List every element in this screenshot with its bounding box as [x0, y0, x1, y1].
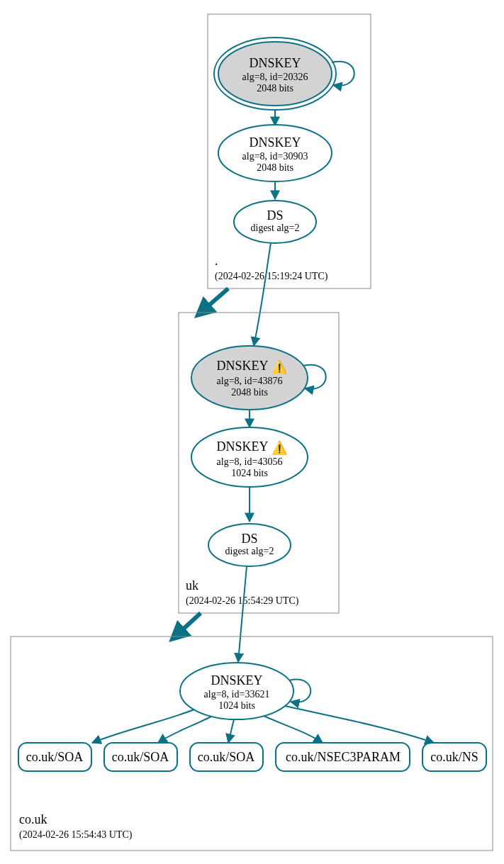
node-root-ksk: DNSKEY alg=8, id=20326 2048 bits [214, 38, 336, 110]
edge-zone-root-to-uk [201, 288, 228, 313]
zone-root-timestamp: (2024-02-26 15:19:24 UTC) [215, 271, 328, 282]
leaf-soa3-text: co.uk/SOA [198, 750, 255, 764]
root-zsk-line2: 2048 bits [257, 162, 293, 173]
uk-zsk-line1: alg=8, id=43056 [217, 456, 283, 467]
node-couk-dnskey: DNSKEY alg=8, id=33621 1024 bits [180, 663, 293, 719]
edge-root-ds-to-uk-ksk [254, 243, 271, 346]
root-ksk-title: DNSKEY [249, 56, 301, 70]
node-uk-ksk: DNSKEY ⚠️ alg=8, id=43876 2048 bits [191, 346, 308, 410]
root-ds-title: DS [267, 208, 283, 223]
edge-zone-uk-to-couk [175, 613, 201, 636]
edge-couk-to-soa3 [228, 719, 234, 743]
uk-ds-line1: digest alg=2 [225, 546, 274, 556]
node-uk-zsk: DNSKEY ⚠️ alg=8, id=43056 1024 bits [191, 427, 308, 487]
node-root-ds: DS digest alg=2 [234, 201, 316, 243]
leaf-nsec3-text: co.uk/NSEC3PARAM [286, 750, 401, 764]
couk-dnskey-line1: alg=8, id=33621 [204, 689, 270, 700]
edge-couk-to-soa2 [158, 717, 211, 743]
zone-uk-timestamp: (2024-02-26 15:54:29 UTC) [186, 595, 299, 607]
root-ksk-line2: 2048 bits [257, 83, 293, 94]
edge-couk-to-nsec3 [264, 716, 323, 743]
uk-zsk-title: DNSKEY [216, 439, 268, 454]
warning-icon: ⚠️ [271, 440, 288, 456]
node-root-zsk: DNSKEY alg=8, id=30903 2048 bits [218, 125, 332, 181]
root-zsk-title: DNSKEY [249, 135, 301, 150]
warning-icon: ⚠️ [271, 359, 288, 375]
uk-ds-title: DS [241, 532, 257, 546]
uk-ksk-line2: 2048 bits [231, 387, 268, 398]
node-couk-soa-3: co.uk/SOA [190, 743, 263, 771]
node-couk-ns: co.uk/NS [422, 743, 486, 771]
leaf-ns-text: co.uk/NS [430, 750, 478, 764]
uk-zsk-line2: 1024 bits [231, 468, 268, 478]
uk-ksk-line1: alg=8, id=43876 [217, 376, 283, 386]
zone-uk-label: uk [186, 578, 198, 593]
node-couk-soa-1: co.uk/SOA [18, 743, 91, 771]
edge-couk-to-soa1 [92, 709, 194, 743]
node-couk-soa-2: co.uk/SOA [104, 743, 177, 771]
couk-dnskey-title: DNSKEY [211, 673, 262, 688]
zone-couk-label: co.uk [19, 812, 47, 826]
zone-couk-timestamp: (2024-02-26 15:54:43 UTC) [19, 829, 133, 841]
root-ds-line1: digest alg=2 [251, 223, 300, 233]
leaf-soa1-text: co.uk/SOA [26, 750, 84, 764]
zone-root-label: . [215, 254, 218, 268]
couk-dnskey-line2: 1024 bits [218, 700, 255, 711]
node-uk-ds: DS digest alg=2 [208, 524, 291, 566]
edge-uk-ds-to-couk-dnskey [238, 566, 247, 662]
dnssec-diagram: DNSKEY alg=8, id=20326 2048 bits DNSKEY … [0, 0, 504, 864]
root-zsk-line1: alg=8, id=30903 [242, 151, 308, 162]
leaf-soa2-text: co.uk/SOA [112, 750, 169, 764]
root-ksk-line1: alg=8, id=20326 [242, 72, 308, 82]
uk-ksk-title: DNSKEY [216, 359, 268, 373]
edge-couk-to-ns [285, 706, 434, 743]
node-couk-nsec3param: co.uk/NSEC3PARAM [276, 743, 410, 771]
